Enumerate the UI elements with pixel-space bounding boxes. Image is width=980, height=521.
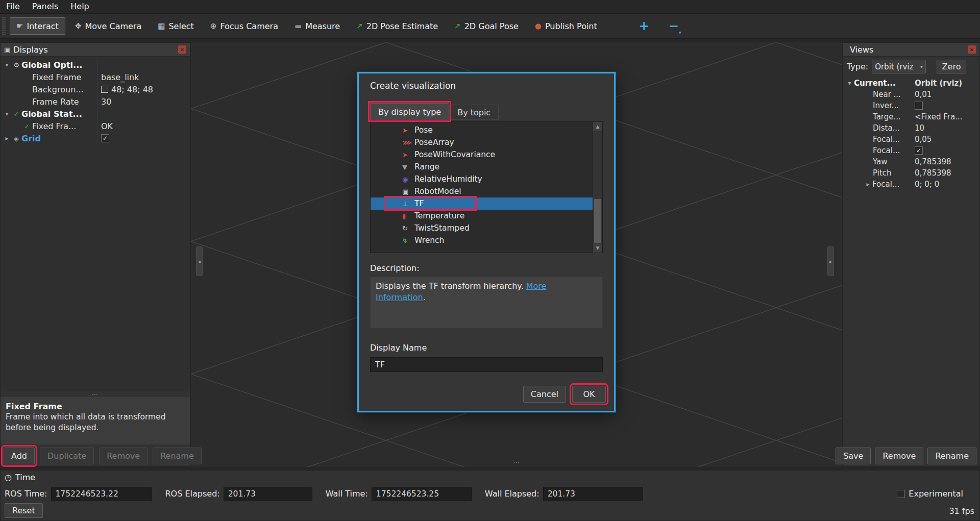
view-row-distance[interactable]: Dista... 10 <box>843 122 979 134</box>
time-panel: ◷ Time ROS Time: ROS Elapsed: Wall Time:… <box>0 470 980 521</box>
expander-closed-icon[interactable]: ▸ <box>864 181 872 188</box>
list-scrollbar[interactable]: ▲ ▼ <box>593 122 602 253</box>
toolbar-drag-handle[interactable] <box>2 17 6 35</box>
view-row-invert-z[interactable]: Inver... <box>843 100 979 111</box>
tab-by-display-type[interactable]: By display type <box>370 103 449 120</box>
tree-row-frame-rate[interactable]: Frame Rate 30 <box>1 95 190 108</box>
tool-label: Interact <box>27 21 58 31</box>
displays-splitter-handle[interactable]: ⋯ <box>1 392 190 397</box>
list-item-range[interactable]: ▼ Range <box>371 161 602 173</box>
add-display-button[interactable]: Add <box>4 448 35 464</box>
wall-elapsed-value[interactable] <box>543 487 643 501</box>
expander-open-icon[interactable]: ▾ <box>3 61 11 68</box>
tool-measure-button[interactable]: ▬ Measure <box>288 17 347 35</box>
tree-row-background-color[interactable]: Backgroun... 48; 48; 48 <box>1 83 190 95</box>
view-type-dropdown[interactable]: Orbit (rviz ▾ <box>872 60 926 73</box>
rename-view-button[interactable]: Rename <box>927 448 976 464</box>
list-item-posearray[interactable]: ⋙ PoseArray <box>371 136 602 148</box>
plus-icon: + <box>639 19 649 33</box>
tool-label: Select <box>168 21 193 31</box>
more-information-link[interactable]: Information <box>376 292 423 302</box>
menu-file[interactable]: File <box>0 0 26 13</box>
tool-publish-point-button[interactable]: ● Publish Point <box>528 17 604 35</box>
list-item-relativehumidity[interactable]: ◉ RelativeHumidity <box>371 173 602 185</box>
display-name-input[interactable] <box>370 357 603 372</box>
tool-2d-pose-estimate-button[interactable]: ↗ 2D Pose Estimate <box>350 17 445 35</box>
tool-label: Publish Point <box>545 21 597 31</box>
tool-select-button[interactable]: ▦ Select <box>151 17 201 35</box>
menu-bar: File Panels Help <box>0 0 980 14</box>
view-row-focal-shape-fixed[interactable]: Focal... ✓ <box>843 145 979 156</box>
pose-with-covariance-icon: ➤ <box>402 151 414 159</box>
ros-time-value[interactable] <box>51 487 152 501</box>
pose-estimate-arrow-icon: ↗ <box>356 21 363 31</box>
expander-open-icon[interactable]: ▾ <box>845 80 854 87</box>
close-icon[interactable]: ✕ <box>968 45 976 54</box>
list-item-twiststamped[interactable]: ↻ TwistStamped <box>371 222 602 234</box>
add-tool-button[interactable]: + <box>635 17 653 35</box>
expander-closed-icon[interactable]: ▸ <box>3 135 11 142</box>
help-title: Fixed Frame <box>6 401 185 412</box>
invert-z-checkbox[interactable] <box>915 102 923 110</box>
list-item-posewithcovariance[interactable]: ➤ PoseWithCovariance <box>371 148 602 161</box>
tool-interact-button[interactable]: ☛ Interact <box>10 17 65 35</box>
wall-time-value[interactable] <box>372 487 472 501</box>
view-row-focal-point[interactable]: ▸ Focal... 0; 0; 0 <box>843 179 979 190</box>
scrollbar-thumb[interactable] <box>594 199 602 243</box>
robot-model-icon: ▣ <box>402 188 414 195</box>
menu-help[interactable]: Help <box>64 0 95 13</box>
tool-2d-goal-pose-button[interactable]: ↗ 2D Goal Pose <box>448 17 525 35</box>
more-information-link[interactable]: More <box>526 281 547 291</box>
displays-panel: ▣ Displays ✕ ▾ ⚙ Global Opti... Fixed Fr… <box>0 42 190 467</box>
type-label: Type: <box>847 62 868 71</box>
expander-open-icon[interactable]: ▾ <box>3 110 11 117</box>
zero-button[interactable]: Zero <box>937 60 966 73</box>
reset-button[interactable]: Reset <box>5 503 43 518</box>
list-item-wrench[interactable]: ↯ Wrench <box>371 234 602 246</box>
background-color-value[interactable]: 48; 48; 48 <box>97 83 190 95</box>
scroll-up-button[interactable]: ▲ <box>593 122 602 131</box>
cancel-button[interactable]: Cancel <box>523 386 566 403</box>
grid-enabled-checkbox[interactable]: ✓ <box>101 134 109 142</box>
bottom-splitter-handle[interactable]: ⋯ <box>513 459 520 466</box>
tool-move-camera-button[interactable]: ✥ Move Camera <box>68 17 148 35</box>
right-panel-collapse-handle[interactable]: ▸ <box>827 246 834 276</box>
tool-focus-camera-button[interactable]: ⊕ Focus Camera <box>204 17 285 35</box>
tab-by-topic[interactable]: By topic <box>449 105 499 120</box>
focal-shape-checkbox[interactable]: ✓ <box>915 146 923 155</box>
tool-label: Move Camera <box>85 21 141 31</box>
toolbar: ☛ Interact ✥ Move Camera ▦ Select ⊕ Focu… <box>0 14 980 39</box>
ros-elapsed-value[interactable] <box>224 487 312 501</box>
view-row-current[interactable]: ▾ Current... Orbit (rviz) <box>843 78 979 89</box>
experimental-checkbox[interactable] <box>897 490 905 498</box>
menu-panels[interactable]: Panels <box>26 0 65 13</box>
tree-row-global-status[interactable]: ▾ ✓ Global Stat... <box>1 108 190 120</box>
close-icon[interactable]: ✕ <box>178 45 186 54</box>
view-row-focal-shape-size[interactable]: Focal... 0,05 <box>843 134 979 145</box>
pose-icon: ➤ <box>402 127 414 134</box>
frame-rate-value[interactable]: 30 <box>97 95 190 108</box>
tree-row-grid-display[interactable]: ▸ ◈ Grid ✓ <box>1 132 190 144</box>
tree-row-fixed-frame-status[interactable]: ✓ Fixed Fra... OK <box>1 120 190 132</box>
view-row-target-frame[interactable]: Targe... <Fixed Fra... <box>843 111 979 122</box>
ok-button[interactable]: OK <box>572 386 606 403</box>
save-view-button[interactable]: Save <box>836 448 871 464</box>
tree-row-global-options[interactable]: ▾ ⚙ Global Opti... <box>1 59 190 71</box>
list-item-tf-selected[interactable]: ⊥ TF <box>371 197 602 210</box>
left-panel-collapse-handle[interactable]: ◂ <box>196 246 203 276</box>
tree-row-fixed-frame[interactable]: Fixed Frame base_link <box>1 71 190 83</box>
remove-view-button[interactable]: Remove <box>875 448 923 464</box>
time-panel-title: ◷ Time <box>5 473 35 482</box>
view-row-pitch[interactable]: Pitch 0,785398 <box>843 167 979 179</box>
list-item-temperature[interactable]: ▮ Temperature <box>371 210 602 222</box>
fixed-frame-value[interactable]: base_link <box>97 71 190 83</box>
view-row-yaw[interactable]: Yaw 0,785398 <box>843 156 979 167</box>
status-ok-check-icon: ✓ <box>22 122 32 130</box>
view-row-near-clip[interactable]: Near ... 0,01 <box>843 89 979 100</box>
collapse-left-icon: ◂ <box>198 259 201 264</box>
scroll-down-button[interactable]: ▼ <box>593 243 602 253</box>
dialog-tabs: By display type By topic <box>370 103 499 120</box>
list-item-robotmodel[interactable]: ▣ RobotModel <box>371 185 602 197</box>
list-item-pose[interactable]: ➤ Pose <box>371 124 602 136</box>
remove-tool-button[interactable]: − ▾ <box>665 17 682 35</box>
